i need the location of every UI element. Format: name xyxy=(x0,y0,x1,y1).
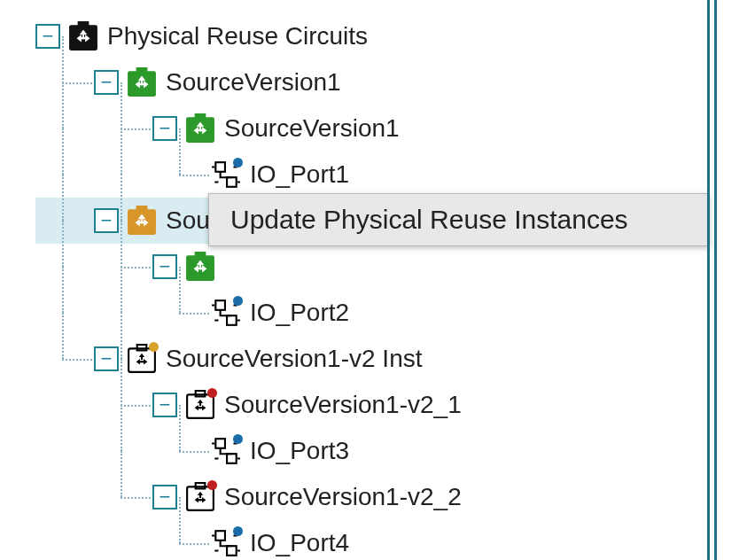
collapse-toggle[interactable]: − xyxy=(152,393,177,417)
tree-view: − Physical Reuse Circuits − SourceVersio… xyxy=(35,13,709,560)
collapse-toggle[interactable]: − xyxy=(152,116,177,141)
tree-row-root[interactable]: − Physical Reuse Circuits xyxy=(35,13,709,59)
tree-row[interactable]: IO_Port3 xyxy=(35,428,709,474)
context-menu-item-update-instances[interactable]: Update Physical Reuse Instances xyxy=(211,198,707,242)
collapse-toggle[interactable]: − xyxy=(35,24,60,49)
collapse-toggle[interactable]: − xyxy=(152,485,177,509)
tree-row[interactable]: − SourceVersion1-v2_2 xyxy=(35,474,709,520)
port-icon xyxy=(211,436,241,466)
tree-label: IO_Port2 xyxy=(250,299,349,327)
recycle-icon xyxy=(127,67,157,97)
recycle-icon xyxy=(127,206,157,236)
tree-label: SourceVersion1-v2_1 xyxy=(224,391,462,419)
recycle-icon xyxy=(185,252,215,282)
collapse-toggle[interactable]: − xyxy=(94,346,119,371)
recycle-icon xyxy=(68,21,98,51)
tree-row[interactable]: − SourceVersion1 xyxy=(35,59,709,105)
collapse-toggle[interactable]: − xyxy=(94,70,119,95)
tree-label: IO_Port3 xyxy=(250,437,349,465)
vertical-rail xyxy=(707,0,710,560)
port-icon xyxy=(211,298,241,328)
tree-label: Physical Reuse Circuits xyxy=(107,22,368,51)
schematic-icon xyxy=(185,390,215,420)
tree-label: IO_Port4 xyxy=(250,529,349,557)
schematic-icon xyxy=(185,482,215,512)
tree-row[interactable]: − SourceVersion1-v2 Inst xyxy=(35,336,709,382)
tree-row[interactable]: − xyxy=(35,244,709,290)
vertical-rail xyxy=(714,0,717,560)
tree-row[interactable]: IO_Port1 xyxy=(35,152,709,198)
tree-label: SourceVersion1 xyxy=(166,68,341,97)
tree-row[interactable]: IO_Port2 xyxy=(35,290,709,336)
port-icon xyxy=(211,528,241,558)
schematic-icon xyxy=(127,344,157,374)
tree-label: Sou xyxy=(166,206,210,235)
tree-row[interactable]: IO_Port4 xyxy=(35,520,709,560)
tree-row[interactable]: − SourceVersion1 xyxy=(35,105,709,152)
tree-row[interactable]: − SourceVersion1-v2_1 xyxy=(35,382,709,428)
collapse-toggle[interactable]: − xyxy=(152,254,177,279)
port-icon xyxy=(211,159,241,190)
recycle-icon xyxy=(185,113,215,144)
collapse-toggle[interactable]: − xyxy=(94,208,119,233)
tree-label: IO_Port1 xyxy=(250,160,349,189)
tree-label: SourceVersion1-v2 Inst xyxy=(166,345,423,373)
tree-label: SourceVersion1-v2_2 xyxy=(224,483,462,511)
tree-label: SourceVersion1 xyxy=(224,114,400,143)
context-menu: Update Physical Reuse Instances xyxy=(208,193,710,246)
